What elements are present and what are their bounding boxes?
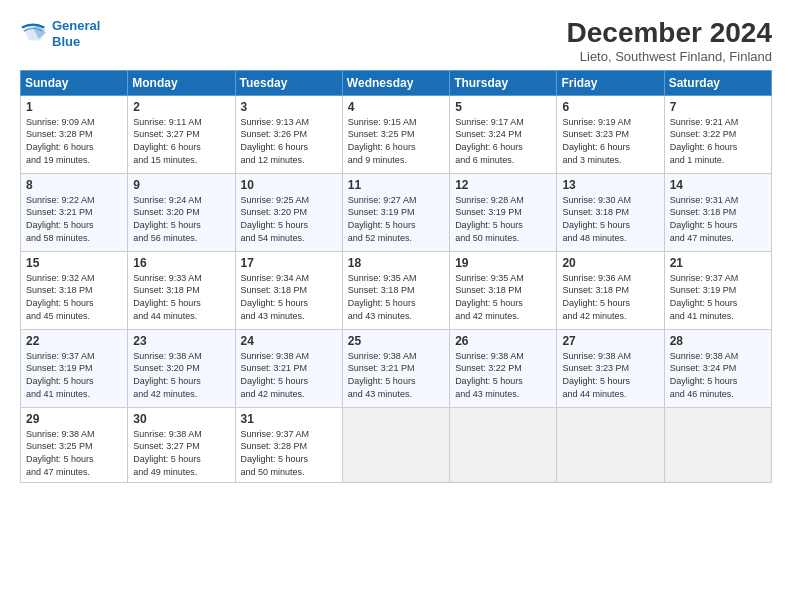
day-info: Sunrise: 9:19 AM Sunset: 3:23 PM Dayligh… xyxy=(562,116,658,166)
calendar-week-row: 29Sunrise: 9:38 AM Sunset: 3:25 PM Dayli… xyxy=(21,407,772,482)
day-number: 26 xyxy=(455,334,551,348)
calendar-cell xyxy=(664,407,771,482)
header: General Blue December 2024 Lieto, Southw… xyxy=(20,18,772,64)
day-info: Sunrise: 9:35 AM Sunset: 3:18 PM Dayligh… xyxy=(455,272,551,322)
calendar-week-row: 15Sunrise: 9:32 AM Sunset: 3:18 PM Dayli… xyxy=(21,251,772,329)
calendar-cell: 1Sunrise: 9:09 AM Sunset: 3:28 PM Daylig… xyxy=(21,95,128,173)
calendar-cell: 3Sunrise: 9:13 AM Sunset: 3:26 PM Daylig… xyxy=(235,95,342,173)
calendar-cell: 12Sunrise: 9:28 AM Sunset: 3:19 PM Dayli… xyxy=(450,173,557,251)
calendar-cell: 15Sunrise: 9:32 AM Sunset: 3:18 PM Dayli… xyxy=(21,251,128,329)
day-info: Sunrise: 9:27 AM Sunset: 3:19 PM Dayligh… xyxy=(348,194,444,244)
day-number: 27 xyxy=(562,334,658,348)
day-number: 3 xyxy=(241,100,337,114)
day-info: Sunrise: 9:38 AM Sunset: 3:22 PM Dayligh… xyxy=(455,350,551,400)
day-info: Sunrise: 9:38 AM Sunset: 3:20 PM Dayligh… xyxy=(133,350,229,400)
calendar-cell xyxy=(450,407,557,482)
day-info: Sunrise: 9:32 AM Sunset: 3:18 PM Dayligh… xyxy=(26,272,122,322)
day-number: 21 xyxy=(670,256,766,270)
day-info: Sunrise: 9:24 AM Sunset: 3:20 PM Dayligh… xyxy=(133,194,229,244)
calendar-cell: 25Sunrise: 9:38 AM Sunset: 3:21 PM Dayli… xyxy=(342,329,449,407)
day-info: Sunrise: 9:09 AM Sunset: 3:28 PM Dayligh… xyxy=(26,116,122,166)
logo: General Blue xyxy=(20,18,100,49)
weekday-header: Sunday xyxy=(21,70,128,95)
day-info: Sunrise: 9:30 AM Sunset: 3:18 PM Dayligh… xyxy=(562,194,658,244)
calendar-cell: 28Sunrise: 9:38 AM Sunset: 3:24 PM Dayli… xyxy=(664,329,771,407)
day-number: 4 xyxy=(348,100,444,114)
day-number: 20 xyxy=(562,256,658,270)
day-info: Sunrise: 9:38 AM Sunset: 3:21 PM Dayligh… xyxy=(348,350,444,400)
day-number: 1 xyxy=(26,100,122,114)
day-number: 13 xyxy=(562,178,658,192)
calendar-cell: 24Sunrise: 9:38 AM Sunset: 3:21 PM Dayli… xyxy=(235,329,342,407)
calendar-cell: 19Sunrise: 9:35 AM Sunset: 3:18 PM Dayli… xyxy=(450,251,557,329)
calendar-cell: 9Sunrise: 9:24 AM Sunset: 3:20 PM Daylig… xyxy=(128,173,235,251)
calendar-cell: 27Sunrise: 9:38 AM Sunset: 3:23 PM Dayli… xyxy=(557,329,664,407)
calendar-cell: 26Sunrise: 9:38 AM Sunset: 3:22 PM Dayli… xyxy=(450,329,557,407)
calendar-week-row: 22Sunrise: 9:37 AM Sunset: 3:19 PM Dayli… xyxy=(21,329,772,407)
weekday-header: Friday xyxy=(557,70,664,95)
calendar-cell: 5Sunrise: 9:17 AM Sunset: 3:24 PM Daylig… xyxy=(450,95,557,173)
day-info: Sunrise: 9:38 AM Sunset: 3:21 PM Dayligh… xyxy=(241,350,337,400)
day-info: Sunrise: 9:13 AM Sunset: 3:26 PM Dayligh… xyxy=(241,116,337,166)
day-number: 28 xyxy=(670,334,766,348)
calendar-table: SundayMondayTuesdayWednesdayThursdayFrid… xyxy=(20,70,772,483)
weekday-header: Wednesday xyxy=(342,70,449,95)
day-number: 8 xyxy=(26,178,122,192)
logo-line1: General xyxy=(52,18,100,33)
calendar-week-row: 1Sunrise: 9:09 AM Sunset: 3:28 PM Daylig… xyxy=(21,95,772,173)
day-info: Sunrise: 9:11 AM Sunset: 3:27 PM Dayligh… xyxy=(133,116,229,166)
day-number: 14 xyxy=(670,178,766,192)
day-info: Sunrise: 9:22 AM Sunset: 3:21 PM Dayligh… xyxy=(26,194,122,244)
day-info: Sunrise: 9:38 AM Sunset: 3:25 PM Dayligh… xyxy=(26,428,122,478)
day-info: Sunrise: 9:33 AM Sunset: 3:18 PM Dayligh… xyxy=(133,272,229,322)
title-block: December 2024 Lieto, Southwest Finland, … xyxy=(567,18,772,64)
day-number: 22 xyxy=(26,334,122,348)
weekday-header: Saturday xyxy=(664,70,771,95)
day-info: Sunrise: 9:37 AM Sunset: 3:19 PM Dayligh… xyxy=(670,272,766,322)
day-number: 25 xyxy=(348,334,444,348)
day-number: 7 xyxy=(670,100,766,114)
weekday-header: Tuesday xyxy=(235,70,342,95)
calendar-cell: 20Sunrise: 9:36 AM Sunset: 3:18 PM Dayli… xyxy=(557,251,664,329)
day-info: Sunrise: 9:38 AM Sunset: 3:27 PM Dayligh… xyxy=(133,428,229,478)
calendar-cell: 14Sunrise: 9:31 AM Sunset: 3:18 PM Dayli… xyxy=(664,173,771,251)
day-info: Sunrise: 9:38 AM Sunset: 3:24 PM Dayligh… xyxy=(670,350,766,400)
calendar-cell: 29Sunrise: 9:38 AM Sunset: 3:25 PM Dayli… xyxy=(21,407,128,482)
day-number: 16 xyxy=(133,256,229,270)
calendar-cell: 8Sunrise: 9:22 AM Sunset: 3:21 PM Daylig… xyxy=(21,173,128,251)
day-number: 10 xyxy=(241,178,337,192)
day-number: 19 xyxy=(455,256,551,270)
calendar-cell: 21Sunrise: 9:37 AM Sunset: 3:19 PM Dayli… xyxy=(664,251,771,329)
weekday-header-row: SundayMondayTuesdayWednesdayThursdayFrid… xyxy=(21,70,772,95)
calendar-week-row: 8Sunrise: 9:22 AM Sunset: 3:21 PM Daylig… xyxy=(21,173,772,251)
calendar-cell: 6Sunrise: 9:19 AM Sunset: 3:23 PM Daylig… xyxy=(557,95,664,173)
day-number: 31 xyxy=(241,412,337,426)
calendar-cell: 7Sunrise: 9:21 AM Sunset: 3:22 PM Daylig… xyxy=(664,95,771,173)
calendar-cell: 22Sunrise: 9:37 AM Sunset: 3:19 PM Dayli… xyxy=(21,329,128,407)
day-number: 17 xyxy=(241,256,337,270)
calendar-cell xyxy=(557,407,664,482)
calendar-cell: 18Sunrise: 9:35 AM Sunset: 3:18 PM Dayli… xyxy=(342,251,449,329)
day-number: 6 xyxy=(562,100,658,114)
subtitle: Lieto, Southwest Finland, Finland xyxy=(567,49,772,64)
calendar-cell: 11Sunrise: 9:27 AM Sunset: 3:19 PM Dayli… xyxy=(342,173,449,251)
day-info: Sunrise: 9:25 AM Sunset: 3:20 PM Dayligh… xyxy=(241,194,337,244)
day-number: 23 xyxy=(133,334,229,348)
calendar-cell: 30Sunrise: 9:38 AM Sunset: 3:27 PM Dayli… xyxy=(128,407,235,482)
calendar-cell: 16Sunrise: 9:33 AM Sunset: 3:18 PM Dayli… xyxy=(128,251,235,329)
calendar-cell: 31Sunrise: 9:37 AM Sunset: 3:28 PM Dayli… xyxy=(235,407,342,482)
calendar-cell: 10Sunrise: 9:25 AM Sunset: 3:20 PM Dayli… xyxy=(235,173,342,251)
weekday-header: Monday xyxy=(128,70,235,95)
day-number: 9 xyxy=(133,178,229,192)
day-info: Sunrise: 9:37 AM Sunset: 3:28 PM Dayligh… xyxy=(241,428,337,478)
main-title: December 2024 xyxy=(567,18,772,49)
day-info: Sunrise: 9:35 AM Sunset: 3:18 PM Dayligh… xyxy=(348,272,444,322)
page: General Blue December 2024 Lieto, Southw… xyxy=(0,0,792,612)
day-number: 30 xyxy=(133,412,229,426)
day-info: Sunrise: 9:28 AM Sunset: 3:19 PM Dayligh… xyxy=(455,194,551,244)
calendar-cell: 17Sunrise: 9:34 AM Sunset: 3:18 PM Dayli… xyxy=(235,251,342,329)
day-number: 12 xyxy=(455,178,551,192)
logo-icon xyxy=(20,20,48,48)
calendar-cell: 4Sunrise: 9:15 AM Sunset: 3:25 PM Daylig… xyxy=(342,95,449,173)
calendar-cell: 13Sunrise: 9:30 AM Sunset: 3:18 PM Dayli… xyxy=(557,173,664,251)
